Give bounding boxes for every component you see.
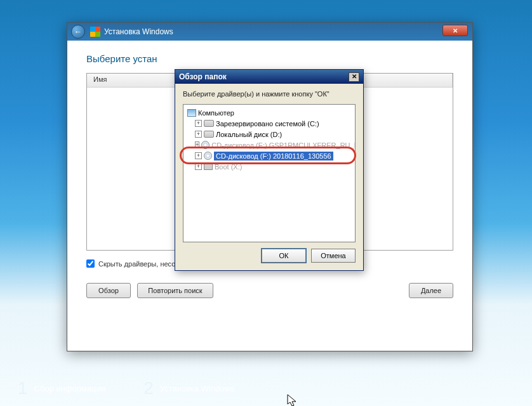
step-label: Установка Windows — [160, 384, 235, 393]
drive-icon — [204, 163, 213, 170]
svg-marker-0 — [288, 395, 296, 406]
dialog-close-button[interactable]: ✕ — [349, 72, 359, 82]
cancel-button[interactable]: Отмена — [311, 249, 356, 263]
browse-folders-dialog: Обзор папок ✕ Выберите драйвер(ы) и нажм… — [175, 69, 364, 271]
tree-node-drive-d[interactable]: + Локальный диск (D:) — [185, 129, 354, 140]
step-label: Сбор информации — [34, 384, 106, 393]
dialog-body: Выберите драйвер(ы) и нажмите кнопку "ОК… — [175, 84, 363, 242]
step-number: 1 — [18, 378, 28, 398]
tree-node-computer[interactable]: Компьютер — [185, 107, 354, 118]
tree-node-boot-x[interactable]: + Boot (X:) — [185, 161, 354, 172]
folder-tree[interactable]: Компьютер + Зарезервировано системой (C:… — [183, 104, 356, 242]
dialog-title: Обзор папок — [179, 72, 227, 81]
drive-icon — [204, 120, 214, 127]
dialog-titlebar: Обзор папок ✕ — [175, 70, 363, 84]
browse-button[interactable]: Обзор — [86, 283, 131, 298]
tree-node-drive-e[interactable]: + CD-дисковод (E:) GSP1RMCULXFRER_RU_DVD — [185, 140, 354, 150]
dialog-button-row: ОК Отмена — [175, 242, 363, 270]
step-number: 2 — [143, 378, 154, 398]
expand-icon[interactable]: + — [195, 131, 202, 138]
progress-steps: 1 Сбор информации 2 Установка Windows — [18, 378, 235, 398]
tree-label: CD-дисковод (F:) 20180116_130556 — [214, 152, 333, 160]
expand-icon[interactable]: + — [195, 141, 199, 148]
rescan-button[interactable]: Повторить поиск — [137, 283, 213, 298]
wizard-heading: Выберите устан — [86, 53, 453, 64]
expand-icon[interactable]: + — [195, 163, 202, 170]
cd-icon — [201, 141, 209, 149]
windows-logo-icon — [90, 27, 100, 37]
tree-label: Зарезервировано системой (C:) — [216, 120, 319, 128]
tree-label: CD-дисковод (E:) GSP1RMCULXFRER_RU_DVD — [211, 141, 356, 149]
step-1: 1 Сбор информации — [18, 378, 105, 398]
tree-label: Boot (X:) — [215, 163, 242, 171]
hide-incompatible-input[interactable] — [86, 259, 95, 268]
wizard-button-row: Обзор Повторить поиск Далее — [86, 283, 453, 298]
tree-node-drive-f[interactable]: + CD-дисковод (F:) 20180116_130556 — [185, 150, 354, 161]
wizard-title: Установка Windows — [104, 27, 173, 36]
next-button[interactable]: Далее — [409, 283, 453, 298]
wizard-titlebar: Установка Windows ✕ — [67, 23, 472, 41]
back-button[interactable] — [71, 25, 85, 39]
tree-node-drive-c[interactable]: + Зарезервировано системой (C:) — [185, 118, 354, 129]
close-button[interactable]: ✕ — [442, 25, 468, 36]
dialog-instruction: Выберите драйвер(ы) и нажмите кнопку "ОК… — [183, 90, 356, 98]
cd-icon — [204, 152, 212, 160]
computer-icon — [187, 109, 196, 117]
expand-icon[interactable]: + — [195, 120, 202, 127]
drive-icon — [204, 131, 214, 138]
ok-button[interactable]: ОК — [262, 249, 306, 263]
step-2: 2 Установка Windows — [143, 378, 234, 398]
tree-label: Компьютер — [198, 109, 234, 117]
tree-label: Локальный диск (D:) — [216, 131, 282, 138]
expand-icon[interactable]: + — [195, 152, 202, 159]
